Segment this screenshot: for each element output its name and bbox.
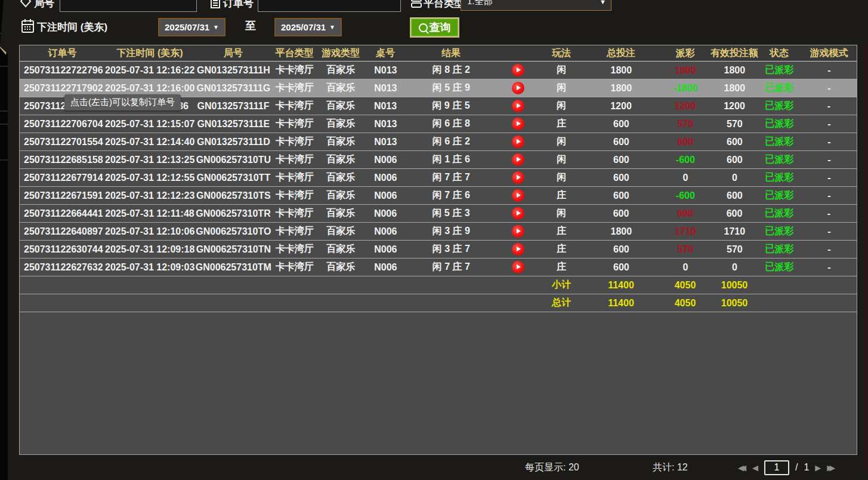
- table-empty-area: [20, 312, 857, 454]
- cell-table_no: N006: [365, 208, 406, 219]
- cell-play: 庄: [540, 225, 582, 238]
- round-diamond-icon: [20, 0, 32, 10]
- calendar-icon: [21, 19, 35, 36]
- pager: ◀◀ ◀ / 1 ▶ ▶▶: [738, 460, 835, 475]
- cell-table_no: N006: [365, 155, 406, 165]
- table-row[interactable]: 2507311226851582025-07-31 12:13:25GN0062…: [20, 151, 857, 169]
- replay-video-icon[interactable]: [512, 136, 524, 148]
- cell-play[interactable]: [496, 225, 540, 238]
- query-button[interactable]: 查询: [410, 17, 459, 38]
- cell-platform: 卡卡湾厅: [272, 64, 317, 76]
- cell-valid: 600: [711, 155, 758, 165]
- cell-valid: 600: [711, 190, 758, 201]
- cell-game: 百家乐: [317, 153, 365, 166]
- table-row[interactable]: 2507311227015542025-07-31 12:14:40GN0132…: [20, 133, 857, 151]
- page-number-input[interactable]: [764, 460, 789, 475]
- cell-play[interactable]: [496, 243, 540, 256]
- cell-game: 百家乐: [317, 189, 365, 202]
- cell-play[interactable]: [496, 171, 540, 184]
- pagination-bar: 每页显示: 20 共计: 12 ◀◀ ◀ / 1 ▶ ▶▶: [19, 457, 857, 478]
- table-row[interactable]: 2507311226644412025-07-31 12:11:48GN0062…: [20, 205, 857, 223]
- replay-video-icon[interactable]: [512, 207, 524, 220]
- first-page-icon[interactable]: ◀◀: [738, 463, 743, 472]
- replay-video-icon[interactable]: [512, 100, 524, 112]
- cell-round: GN006257310TN: [194, 244, 272, 255]
- table-row[interactable]: 2507311226779142025-07-31 12:12:55GN0062…: [20, 169, 857, 187]
- cell-payout: 0: [660, 173, 711, 183]
- cell-table_no: N006: [365, 190, 406, 201]
- cell-play: 闲: [540, 153, 582, 166]
- cell-play: 庄: [540, 261, 582, 273]
- cell-game: 百家乐: [317, 207, 365, 220]
- cell-total: 1200: [582, 101, 660, 112]
- cell-play[interactable]: [496, 153, 540, 166]
- cell-play[interactable]: [496, 207, 540, 220]
- cell-mode: -: [800, 262, 857, 273]
- to-label: 至: [245, 19, 256, 33]
- cell-table_no: N013: [365, 65, 406, 76]
- cell-mode: -: [800, 226, 857, 237]
- cell-table_no: N006: [365, 244, 406, 255]
- table-header-row: 订单号下注时间 (美东)局号平台类型游戏类型桌号结果玩法总投注派彩有效投注额状态…: [20, 45, 857, 61]
- cell-valid: 600: [711, 208, 758, 219]
- cell-play: 闲: [540, 207, 582, 220]
- table-row[interactable]: 2507311226307442025-07-31 12:09:18GN0062…: [20, 241, 857, 259]
- cell-game: 百家乐: [317, 64, 365, 76]
- cell-total: 600: [582, 190, 660, 201]
- date-from-value: 2025/07/31: [165, 22, 209, 32]
- cell-play[interactable]: [496, 100, 540, 112]
- cell-play: 庄: [540, 118, 582, 130]
- subtotal-payout: 4050: [660, 280, 711, 291]
- cell-result: 闲 3 庄 7: [406, 243, 496, 256]
- cell-play[interactable]: [496, 189, 540, 202]
- table-row[interactable]: 2507311226715912025-07-31 12:12:23GN0062…: [20, 187, 857, 205]
- cell-play[interactable]: [496, 261, 540, 273]
- replay-video-icon[interactable]: [512, 118, 524, 130]
- replay-video-icon[interactable]: [512, 64, 524, 76]
- cell-play[interactable]: [496, 118, 540, 130]
- cell-play[interactable]: [496, 64, 540, 76]
- replay-video-icon[interactable]: [512, 82, 524, 94]
- background-edge-line: [865, 42, 866, 474]
- last-page-icon[interactable]: ▶▶: [827, 463, 832, 472]
- chevron-down-icon: ▼: [600, 0, 611, 5]
- date-to-select[interactable]: 2025/07/31 ▼: [274, 18, 342, 36]
- date-from-select[interactable]: 2025/07/31 ▼: [158, 18, 226, 36]
- cell-order: 250731122685158: [20, 155, 105, 165]
- table-row[interactable]: 2507311227067042025-07-31 12:15:07GN0132…: [20, 115, 857, 133]
- subtotal-row: 小计 11400 4050 10050: [20, 276, 857, 294]
- page-separator: /: [795, 462, 798, 473]
- table-row[interactable]: 2507311227227962025-07-31 12:16:22GN0132…: [20, 61, 857, 79]
- search-icon: [419, 23, 428, 32]
- table-row[interactable]: 2507311226408972025-07-31 12:10:06GN0062…: [20, 223, 857, 241]
- cell-order: 250731122671591: [20, 190, 105, 201]
- replay-video-icon[interactable]: [512, 243, 524, 256]
- cell-valid: 600: [711, 137, 758, 147]
- cell-status: 已派彩: [758, 243, 800, 256]
- cell-time: 2025-07-31 12:15:07: [105, 119, 194, 130]
- replay-video-icon[interactable]: [512, 153, 524, 166]
- order-no-input[interactable]: [258, 0, 401, 12]
- cell-table_no: N013: [365, 137, 406, 147]
- cell-play[interactable]: [496, 136, 540, 148]
- next-page-icon[interactable]: ▶: [815, 463, 821, 472]
- round-no-input[interactable]: [60, 0, 197, 12]
- cell-table_no: N013: [365, 101, 406, 112]
- replay-video-icon[interactable]: [512, 261, 524, 273]
- cell-game: 百家乐: [317, 136, 365, 148]
- replay-video-icon[interactable]: [512, 225, 524, 238]
- platform-type-select[interactable]: 1.全部 ▼: [461, 0, 611, 11]
- table-row[interactable]: 2507311226276322025-07-31 12:09:03GN0062…: [20, 259, 857, 276]
- cell-game: 百家乐: [317, 82, 365, 94]
- cell-valid: 0: [711, 262, 758, 273]
- cell-mode: -: [800, 155, 857, 165]
- cell-status: 已派彩: [758, 64, 800, 76]
- column-header: 有效投注额: [711, 47, 758, 60]
- replay-video-icon[interactable]: [512, 189, 524, 202]
- replay-video-icon[interactable]: [512, 171, 524, 184]
- cell-play[interactable]: [496, 82, 540, 94]
- cell-table_no: N006: [365, 226, 406, 237]
- cell-round: GN006257310TU: [194, 155, 272, 165]
- prev-page-icon[interactable]: ◀: [752, 463, 758, 472]
- total-valid: 10050: [711, 298, 758, 309]
